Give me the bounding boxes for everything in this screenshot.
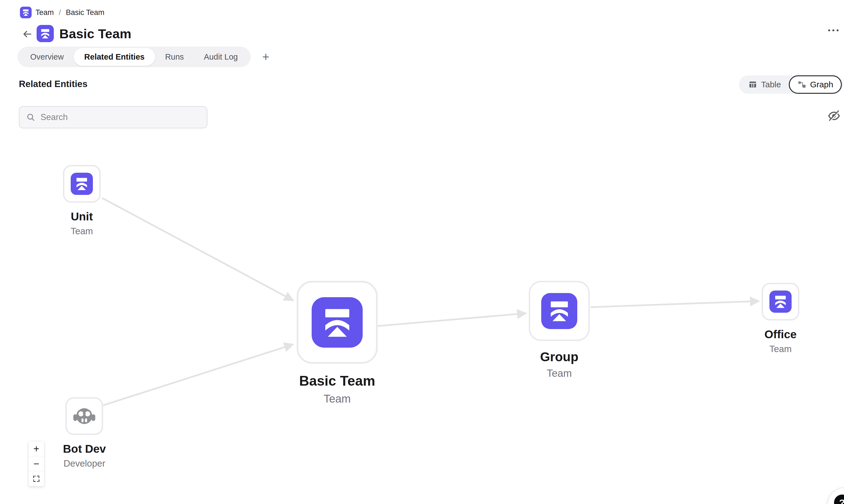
node-subtitle: Developer	[64, 458, 105, 469]
graph-node-office[interactable]: Office Team	[762, 283, 800, 354]
node-title: Office	[765, 328, 796, 341]
node-subtitle: Team	[324, 393, 351, 405]
team-logo-icon	[71, 173, 93, 195]
node-box[interactable]	[762, 283, 800, 321]
node-title: Bot Dev	[63, 443, 106, 455]
graph-edges	[0, 0, 844, 504]
edge-basic-team-group	[378, 313, 526, 326]
graph-node-unit[interactable]: Unit Team	[63, 165, 101, 236]
node-subtitle: Team	[769, 344, 792, 354]
zoom-in-button[interactable]: +	[29, 442, 44, 456]
edge-bot-dev-basic-team	[103, 344, 293, 405]
team-logo-icon	[541, 293, 577, 329]
edge-group-office	[591, 301, 759, 307]
fit-view-icon	[33, 475, 40, 483]
node-box[interactable]	[66, 397, 103, 435]
edge-unit-basic-team	[102, 198, 293, 301]
node-title: Unit	[71, 210, 93, 223]
zoom-controls: + −	[29, 442, 44, 486]
graph-node-bot-dev[interactable]: Bot Dev Developer	[63, 397, 106, 469]
node-box[interactable]	[297, 281, 378, 364]
graph-node-group[interactable]: Group Team	[529, 281, 590, 379]
zoom-out-button[interactable]: −	[29, 456, 44, 471]
node-subtitle: Team	[547, 367, 572, 379]
team-logo-icon	[769, 290, 792, 313]
graph-canvas[interactable]: Unit Team Bot Dev Developer Basic Team T…	[0, 0, 844, 504]
team-logo-icon	[312, 297, 363, 348]
fit-view-button[interactable]	[29, 471, 44, 486]
robot-icon	[72, 403, 97, 429]
node-title: Basic Team	[299, 373, 375, 389]
node-box[interactable]	[63, 165, 101, 203]
node-title: Group	[540, 349, 578, 364]
graph-node-basic-team[interactable]: Basic Team Team	[297, 281, 378, 405]
node-box[interactable]	[529, 281, 590, 341]
node-subtitle: Team	[71, 226, 93, 236]
